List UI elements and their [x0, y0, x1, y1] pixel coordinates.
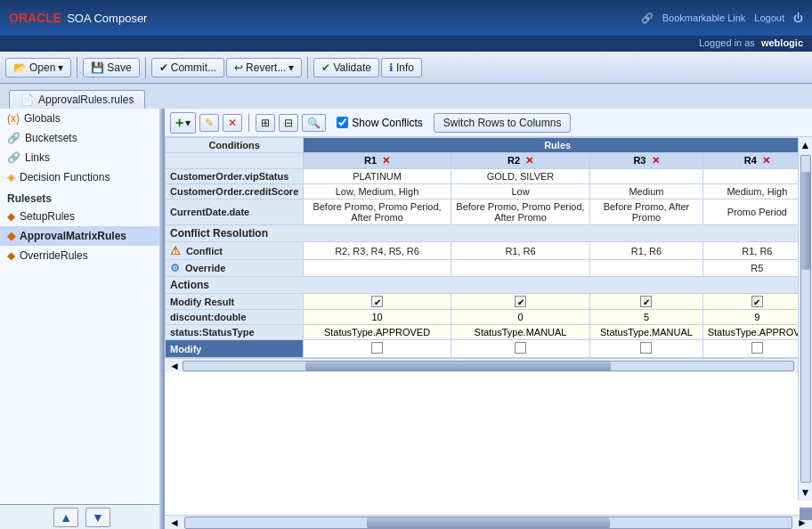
creditscore-r3: Medium: [590, 184, 702, 199]
overriderules-icon: ◆: [7, 249, 15, 262]
currentdate-r2: Before Promo, Promo Period, After Promo: [451, 199, 589, 225]
r1-close[interactable]: ✕: [382, 155, 390, 166]
r2-close[interactable]: ✕: [525, 155, 533, 166]
vscroll-down-arrow[interactable]: ▼: [799, 484, 812, 501]
links-icon: 🔗: [7, 151, 20, 164]
inner-hscroll[interactable]: ◄ ►: [165, 358, 812, 372]
sidebar-resize-handle[interactable]: [159, 109, 164, 529]
table-row: Actions: [166, 277, 812, 294]
bottom-hscroll-track[interactable]: [184, 517, 792, 529]
hscroll-track[interactable]: [183, 361, 794, 371]
content-area: + ▾ ✎ ✕ ⊞ ⊟ 🔍 Show Conflicts S: [165, 109, 812, 529]
logout-link[interactable]: Logout: [754, 12, 784, 23]
commit-button[interactable]: ✔ Commit...: [151, 58, 224, 77]
folder-icon: 📂: [13, 61, 27, 74]
currentdate-r4: Promo Period: [702, 199, 811, 225]
conflict-r1: R2, R3, R4, R5, R6: [304, 242, 451, 260]
modify-result-label: Modify Result: [166, 294, 304, 310]
vscroll[interactable]: ▲ ▼: [798, 137, 812, 501]
globals-icon: (x): [7, 112, 20, 125]
bottom-hscroll-left-arrow[interactable]: ◄: [166, 517, 183, 529]
soa-composer-logo: SOA Composer: [67, 12, 147, 25]
vscroll-track[interactable]: [800, 155, 811, 483]
toolbar-separator-1: [77, 57, 77, 78]
sidebar-item-decision-functions[interactable]: ◈ Decision Functions: [0, 167, 164, 187]
grid1-icon: ⊞: [261, 117, 270, 129]
empty-header: [166, 153, 304, 169]
modify-check-r2[interactable]: [515, 342, 526, 354]
grid2-icon: ⊟: [284, 117, 293, 129]
grid3-button[interactable]: 🔍: [302, 114, 326, 132]
modify-check-r4[interactable]: [751, 342, 763, 354]
add-dropdown-icon[interactable]: ▾: [185, 117, 191, 129]
table-row: ⚠ Conflict R2, R3, R4, R5, R6 R1, R6 R1,…: [166, 242, 812, 260]
sidebar-links-label: Links: [25, 151, 50, 164]
creditscore-r4: Medium, High: [702, 184, 811, 199]
info-icon: ℹ: [389, 61, 394, 74]
sidebar-item-overriderules[interactable]: ◆ OverrideRules: [0, 246, 164, 265]
resize-handle[interactable]: [800, 508, 812, 520]
grid1-button[interactable]: ⊞: [256, 114, 275, 132]
rulesets-section-header: Rulesets: [0, 187, 164, 207]
show-conflicts-checkbox[interactable]: [337, 117, 348, 128]
r4-close[interactable]: ✕: [762, 155, 770, 166]
vscroll-thumb[interactable]: [801, 172, 810, 270]
open-button[interactable]: 📂 Open ▾: [5, 58, 71, 77]
conflict-r2: R1, R6: [451, 242, 589, 260]
currentdate-r1: Before Promo, Promo Period, After Promo: [304, 199, 451, 225]
sidebar: (x) Globals 🔗 Bucketsets 🔗 Links ◈ Decis…: [0, 109, 165, 529]
info-button[interactable]: ℹ Info: [381, 58, 422, 77]
table-area[interactable]: Conditions Rules R1 ✕ R2: [165, 137, 812, 515]
bottom-scroll-area[interactable]: ◄ ►: [165, 515, 812, 529]
table-row: discount:double 10 0 5 9: [166, 310, 812, 325]
discount-r2: 0: [451, 310, 589, 325]
hscroll-left-arrow[interactable]: ◄: [166, 360, 183, 372]
modify-result-check-r4[interactable]: ✔: [751, 296, 763, 307]
sidebar-bottom-nav: ▲ ▼: [0, 504, 164, 529]
r3-close[interactable]: ✕: [652, 155, 660, 166]
rules-tab[interactable]: 📄 ApprovalRules.rules: [9, 90, 145, 109]
save-button[interactable]: 💾 Save: [83, 58, 139, 77]
table-row: CustomerOrder.vipStatus PLATINUM GOLD, S…: [166, 169, 812, 184]
sidebar-overriderules-label: OverrideRules: [20, 249, 88, 262]
grid2-button[interactable]: ⊟: [279, 114, 298, 132]
bookmarkable-link[interactable]: Bookmarkable Link: [662, 12, 746, 23]
topbar: ORACLE SOA Composer 🔗 Bookmarkable Link …: [0, 0, 812, 36]
sidebar-item-bucketsets[interactable]: 🔗 Bucketsets: [0, 128, 164, 148]
modify-result-check-r1[interactable]: ✔: [371, 296, 383, 307]
conflict-label: ⚠ Conflict: [166, 242, 304, 260]
conditions-header: Conditions: [166, 138, 304, 153]
vscroll-up-arrow[interactable]: ▲: [799, 137, 812, 153]
r2-header: R2 ✕: [451, 153, 589, 169]
table-row: status:StatusType StatusType.APPROVED St…: [166, 325, 812, 340]
bucketsets-icon: 🔗: [7, 132, 20, 144]
switch-rows-button[interactable]: Switch Rows to Columns: [434, 113, 572, 133]
modify-r4: [702, 340, 811, 358]
modify-check-r3[interactable]: [640, 342, 652, 354]
sidebar-down-button[interactable]: ▼: [85, 508, 110, 527]
edit-button[interactable]: ✎: [199, 114, 219, 132]
override-icon: ⚙: [170, 262, 180, 274]
override-label: ⚙ Override: [166, 260, 304, 277]
add-button[interactable]: + ▾: [170, 112, 196, 134]
modify-check-r1[interactable]: [371, 342, 383, 354]
validate-button[interactable]: ✔ Validate: [313, 58, 378, 77]
sidebar-item-setuprules[interactable]: ◆ SetupRules: [0, 207, 164, 226]
currentdate-r3: Before Promo, After Promo: [590, 199, 702, 225]
modify-result-check-r3[interactable]: ✔: [640, 296, 652, 307]
sidebar-item-links[interactable]: 🔗 Links: [0, 148, 164, 167]
sidebar-up-button[interactable]: ▲: [53, 508, 78, 527]
sidebar-item-globals[interactable]: (x) Globals: [0, 109, 164, 128]
main-area: (x) Globals 🔗 Bucketsets 🔗 Links ◈ Decis…: [0, 109, 812, 529]
sidebar-decision-functions-label: Decision Functions: [20, 171, 110, 183]
modify-result-check-r2[interactable]: ✔: [515, 296, 526, 307]
open-dropdown-icon[interactable]: ▾: [58, 61, 63, 74]
revert-button[interactable]: ↩ Revert... ▾: [226, 58, 302, 77]
currentdate-label: CurrentDate.date: [166, 199, 304, 225]
revert-dropdown-icon[interactable]: ▾: [288, 61, 294, 74]
bottom-hscroll-thumb[interactable]: [367, 517, 609, 528]
sidebar-item-approvalmatrixrules[interactable]: ◆ ApprovalMatrixRules: [0, 226, 164, 246]
hscroll-thumb[interactable]: [305, 362, 611, 370]
oracle-logo: ORACLE: [9, 11, 61, 25]
delete-button[interactable]: ✕: [223, 114, 242, 132]
